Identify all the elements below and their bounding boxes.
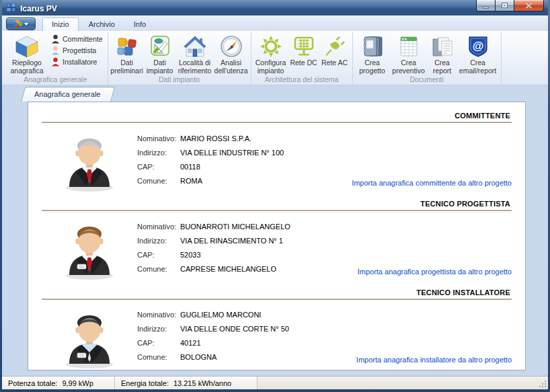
dati-impianto-button[interactable]: Dati impianto (144, 32, 176, 75)
section-committente: COMMITTENTE (42, 105, 512, 193)
statusbar-potenza-panel: Potenza totale: 9,99 kWp (2, 377, 115, 389)
ribbon-group-label: Documenti (355, 75, 499, 85)
ribbon-button-label: Rete DC (290, 58, 317, 67)
maximize-button[interactable] (496, 0, 514, 11)
svg-text:@: @ (472, 40, 483, 52)
ribbon-button-label: Committente (63, 35, 103, 43)
crea-email-report-button[interactable]: @ Crea email/report (457, 32, 499, 75)
titlebar: Icarus PV (2, 0, 548, 15)
binder-icon (360, 34, 385, 58)
field-label: Indirizzo: (137, 325, 180, 333)
field-value: BUONARROTI MICHELANGELO (180, 223, 290, 231)
ribbon-button-label: Rete AC (321, 58, 348, 67)
field-row: Comune: ROMA (137, 173, 284, 188)
puzzle-icon (116, 34, 139, 58)
energia-value: 13.215 kWh/anno (173, 379, 231, 387)
compass-icon (220, 34, 243, 58)
field-label: Nominativo: (137, 223, 180, 231)
ribbon-button-label: Crea preventivo (391, 58, 427, 75)
field-label: Indirizzo: (137, 237, 180, 245)
field-label: Comune: (137, 265, 180, 273)
importa-anagrafica-progettista-link[interactable]: Importa anagrafica progettista da altro … (358, 268, 512, 282)
pinwheel-icon (13, 19, 22, 28)
ribbon-group-label: Architettura del sistema (253, 75, 350, 85)
avatar-progettista (42, 218, 137, 281)
window-title: Icarus PV (20, 4, 57, 13)
ribbon-group-label: Dati impianto (110, 75, 249, 85)
committente-button[interactable]: Committente (50, 34, 104, 44)
businessman-black-hair-avatar (58, 308, 120, 370)
close-icon (525, 3, 533, 9)
tab-info[interactable]: Info (125, 18, 155, 31)
field-row: Comune: BOLOGNA (137, 350, 289, 364)
field-row: CAP: 00118 (137, 159, 284, 173)
field-value: VIA DELLE INDUSTRIE N° 100 (180, 149, 284, 157)
importa-anagrafica-installatore-link[interactable]: Importa anagrafica installatore da altro… (356, 356, 512, 370)
configura-impianto-button[interactable]: Configura impianto (253, 32, 288, 75)
ribbon-button-label: Progettista (63, 46, 96, 54)
ribbon-button-label: Crea progetto (356, 58, 389, 75)
avatar-installatore (42, 307, 137, 370)
email-shield-icon: @ (467, 34, 489, 58)
importa-anagrafica-committente-link[interactable]: Importa anagrafica committente da altro … (352, 179, 512, 193)
tab-inizio[interactable]: Inizio (42, 17, 79, 31)
rete-ac-button[interactable]: Rete AC (319, 32, 350, 74)
plug-icon (323, 34, 346, 58)
ribbon-button-label: Riepilogo anagrafica (6, 58, 48, 75)
potenza-value: 9,99 kWp (62, 379, 93, 387)
statusbar: Potenza totale: 9,99 kWp Energia totale:… (2, 376, 548, 389)
rete-dc-button[interactable]: Rete DC (288, 32, 319, 74)
field-row: Indirizzo: VIA DELLE ONDE CORTE N° 50 (137, 322, 289, 336)
field-value: MARIO ROSSI S.P.A. (180, 134, 251, 143)
crea-preventivo-button[interactable]: Crea preventivo (390, 32, 428, 75)
analisi-dell-utenza-button[interactable]: Analisi dell'utenza (214, 32, 249, 75)
drawing-tools-icon (149, 34, 171, 58)
minimize-icon (483, 7, 489, 9)
installatore-button[interactable]: Installatore (50, 57, 104, 67)
ribbon-group-documenti: Crea progetto Crea preven (353, 32, 502, 85)
field-label: Comune: (137, 177, 180, 185)
crea-report-button[interactable]: Crea report (428, 32, 457, 75)
progettista-button[interactable]: Progettista (50, 46, 104, 55)
resize-grip-icon[interactable] (539, 380, 547, 388)
field-value: ROMA (180, 177, 202, 185)
field-row: Nominativo: MARIO ROSSI S.P.A. (137, 131, 284, 145)
field-row: Indirizzo: VIA DELLE INDUSTRIE N° 100 (137, 145, 284, 159)
app-logo-icon (7, 3, 16, 15)
riepilogo-anagrafica-button[interactable]: Riepilogo anagrafica (5, 32, 48, 75)
field-label: Indirizzo: (137, 149, 180, 157)
field-value: BOLOGNA (180, 353, 217, 361)
ribbon-button-label: Analisi dell'utenza (214, 58, 248, 75)
doc-tab-anagrafica-generale[interactable]: Anagrafica generale (19, 87, 112, 102)
ribbon-button-label: Dati preliminari (110, 58, 143, 75)
ribbon-group-label: Anagrafica generale (5, 75, 106, 85)
field-row: Nominativo: BUONARROTI MICHELANGELO (137, 219, 290, 233)
dati-preliminari-button[interactable]: Dati preliminari (110, 32, 144, 75)
ribbon-button-label: Dati impianto (145, 58, 175, 75)
ribbon: Riepilogo anagrafica Committente (2, 31, 548, 85)
person-dark-icon (51, 34, 60, 44)
crea-progetto-button[interactable]: Crea progetto (355, 32, 390, 75)
tab-archivio[interactable]: Archivio (80, 18, 124, 31)
businessman-brown-hair-avatar (58, 219, 120, 281)
field-value: 40121 (180, 339, 201, 347)
person-blue-icon (51, 46, 60, 55)
avatar-committente (42, 130, 137, 193)
localita-di-riferimento-button[interactable]: Località di riferimento (176, 32, 214, 75)
field-value: GUGLIELMO MARCONI (180, 311, 261, 319)
statusbar-energia-panel: Energia totale: 13.215 kWh/anno (115, 377, 258, 389)
field-row: Indirizzo: VIA DEL RINASCIMENTO N° 1 (137, 233, 290, 247)
field-value: 00118 (180, 163, 200, 171)
section-tecnico-progettista: TECNICO PROGETTISTA (42, 193, 512, 281)
solar-panel-icon (292, 34, 316, 58)
close-button[interactable] (514, 0, 544, 11)
section-header: TECNICO PROGETTISTA (42, 197, 512, 210)
field-row: CAP: 52033 (137, 247, 290, 262)
field-row: Comune: CAPRESE MICHELANGELO (137, 262, 290, 276)
field-label: Nominativo: (137, 311, 180, 319)
ribbon-tabstrip: Inizio Archivio Info (2, 15, 548, 31)
minimize-button[interactable] (476, 0, 496, 11)
application-menu-button[interactable] (6, 17, 36, 30)
field-value: CAPRESE MICHELANGELO (180, 265, 276, 273)
cube-icon (15, 34, 39, 58)
